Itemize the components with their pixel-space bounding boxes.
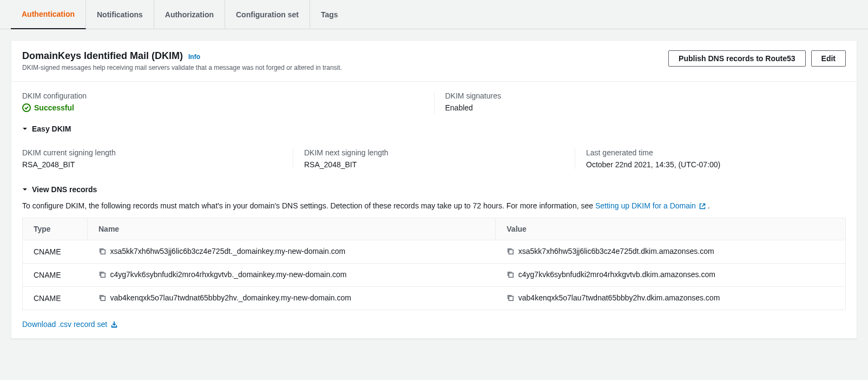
tab-authorization[interactable]: Authorization bbox=[154, 0, 225, 29]
download-csv-text: Download .csv record set bbox=[22, 320, 107, 329]
cell-type: CNAME bbox=[23, 264, 88, 287]
easy-dkim-toggle[interactable]: Easy DKIM bbox=[11, 119, 857, 139]
dkim-config-label: DKIM configuration bbox=[22, 91, 423, 100]
cell-name: xsa5kk7xh6hw53jj6lic6b3cz4e725dt._domain… bbox=[88, 240, 496, 264]
col-name: Name bbox=[88, 218, 496, 240]
view-dns-toggle[interactable]: View DNS records bbox=[11, 174, 857, 199]
dkim-setup-link[interactable]: Setting up DKIM for a Domain bbox=[595, 201, 708, 210]
panel-title: DomainKeys Identified Mail (DKIM) bbox=[22, 50, 183, 62]
config-row: DKIM configuration Successful DKIM signa… bbox=[11, 82, 857, 119]
copy-icon[interactable] bbox=[507, 294, 514, 302]
dkim-config-value: Successful bbox=[34, 103, 74, 112]
tabs-bar: Authentication Notifications Authorizati… bbox=[0, 0, 868, 29]
table-row: CNAMEvab4kenqxk5o7lau7twdnat65bbby2hv._d… bbox=[23, 287, 846, 310]
table-row: CNAMEc4yg7kvk6sybnfudki2mro4rhxkgvtvb._d… bbox=[23, 264, 846, 287]
tab-authentication[interactable]: Authentication bbox=[11, 0, 86, 29]
dns-body-prefix: To configure DKIM, the following records… bbox=[22, 201, 595, 210]
cell-value: vab4kenqxk5o7lau7twdnat65bbby2hv.dkim.am… bbox=[496, 287, 846, 310]
easy-dkim-row: DKIM current signing length RSA_2048_BIT… bbox=[11, 139, 857, 174]
download-csv-link[interactable]: Download .csv record set bbox=[22, 320, 118, 329]
panel-header: DomainKeys Identified Mail (DKIM) Info D… bbox=[11, 41, 857, 81]
svg-rect-3 bbox=[101, 273, 105, 277]
current-len-label: DKIM current signing length bbox=[22, 148, 282, 157]
next-len-label: DKIM next signing length bbox=[304, 148, 564, 157]
dns-body-text: To configure DKIM, the following records… bbox=[11, 199, 857, 218]
edit-button[interactable]: Edit bbox=[811, 50, 846, 67]
external-link-icon bbox=[699, 203, 706, 209]
copy-icon[interactable] bbox=[98, 294, 106, 302]
copy-icon[interactable] bbox=[507, 247, 514, 255]
success-icon bbox=[22, 103, 31, 112]
copy-icon[interactable] bbox=[98, 247, 106, 255]
cell-type: CNAME bbox=[23, 287, 88, 310]
tab-notifications[interactable]: Notifications bbox=[86, 0, 154, 29]
cell-value: c4yg7kvk6sybnfudki2mro4rhxkgvtvb.dkim.am… bbox=[496, 264, 846, 287]
next-len-value: RSA_2048_BIT bbox=[304, 160, 564, 169]
copy-icon[interactable] bbox=[507, 271, 514, 278]
cell-name: c4yg7kvk6sybnfudki2mro4rhxkgvtvb._domain… bbox=[88, 264, 496, 287]
dkim-config-status: Successful bbox=[22, 103, 74, 112]
col-type: Type bbox=[23, 218, 88, 240]
cell-value: xsa5kk7xh6hw53jj6lic6b3cz4e725dt.dkim.am… bbox=[496, 240, 846, 264]
info-link[interactable]: Info bbox=[188, 53, 200, 61]
svg-rect-6 bbox=[509, 296, 513, 300]
tab-configuration-set[interactable]: Configuration set bbox=[225, 0, 310, 29]
caret-down-icon bbox=[22, 126, 28, 132]
col-value: Value bbox=[496, 218, 846, 240]
cell-type: CNAME bbox=[23, 240, 88, 264]
caret-down-icon bbox=[22, 187, 28, 192]
panel-description: DKIM-signed messages help receiving mail… bbox=[22, 64, 342, 71]
svg-rect-4 bbox=[509, 273, 513, 277]
table-row: CNAMExsa5kk7xh6hw53jj6lic6b3cz4e725dt._d… bbox=[23, 240, 846, 264]
download-icon bbox=[110, 320, 118, 328]
last-gen-label: Last generated time bbox=[586, 148, 846, 157]
dkim-sig-value: Enabled bbox=[445, 103, 846, 112]
current-len-value: RSA_2048_BIT bbox=[22, 160, 282, 169]
dkim-setup-link-text: Setting up DKIM for a Domain bbox=[595, 201, 696, 210]
copy-icon[interactable] bbox=[98, 271, 106, 278]
tab-tags[interactable]: Tags bbox=[310, 0, 349, 29]
dkim-sig-label: DKIM signatures bbox=[445, 91, 846, 100]
easy-dkim-heading: Easy DKIM bbox=[32, 125, 71, 133]
dns-body-suffix: . bbox=[708, 201, 710, 210]
svg-rect-2 bbox=[509, 250, 513, 254]
publish-dns-button[interactable]: Publish DNS records to Route53 bbox=[668, 50, 805, 67]
dns-records-table: Type Name Value CNAMExsa5kk7xh6hw53jj6li… bbox=[22, 218, 846, 310]
svg-rect-1 bbox=[101, 250, 105, 254]
dkim-panel: DomainKeys Identified Mail (DKIM) Info D… bbox=[11, 40, 857, 339]
cell-name: vab4kenqxk5o7lau7twdnat65bbby2hv._domain… bbox=[88, 287, 496, 310]
view-dns-heading: View DNS records bbox=[32, 185, 97, 194]
svg-rect-5 bbox=[101, 296, 105, 300]
last-gen-value: October 22nd 2021, 14:35, (UTC-07:00) bbox=[586, 160, 846, 169]
